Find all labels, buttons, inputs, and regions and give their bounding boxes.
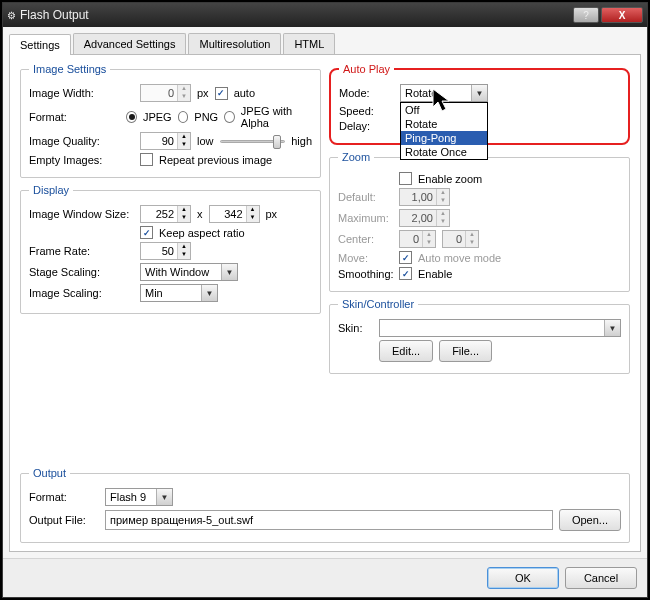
mode-option-rotateonce[interactable]: Rotate Once <box>401 145 487 159</box>
zoom-max-spinner: ▲▼ <box>399 209 450 227</box>
chevron-down-icon: ▼ <box>201 285 217 301</box>
image-settings-group: Image Settings Image Width: ▲▼ px auto <box>20 63 321 178</box>
framerate-spinner[interactable]: ▲▼ <box>140 242 191 260</box>
autoplay-legend: Auto Play <box>339 63 394 75</box>
repeat-label: Repeat previous image <box>159 154 272 166</box>
ok-button[interactable]: OK <box>487 567 559 589</box>
settings-panel: Image Settings Image Width: ▲▼ px auto <box>9 55 641 552</box>
enable-zoom-checkbox[interactable] <box>399 172 412 185</box>
automove-checkbox <box>399 251 412 264</box>
chevron-down-icon: ▼ <box>221 264 237 280</box>
chevron-down-icon[interactable]: ▼ <box>471 85 487 101</box>
mode-option-pingpong[interactable]: Ping-Pong <box>401 131 487 145</box>
skin-file-button[interactable]: File... <box>439 340 492 362</box>
display-group: Display Image Window Size: ▲▼ x ▲▼ px Ke… <box>20 184 321 314</box>
winsize-h-spinner[interactable]: ▲▼ <box>209 205 260 223</box>
display-legend: Display <box>29 184 73 196</box>
image-width-spinner: ▲▼ <box>140 84 191 102</box>
stagescale-label: Stage Scaling: <box>29 266 134 278</box>
zoom-legend: Zoom <box>338 151 374 163</box>
tabstrip: Settings Advanced Settings Multiresoluti… <box>9 33 641 55</box>
stagescale-select[interactable]: ▼ <box>140 263 238 281</box>
chevron-down-icon: ▼ <box>604 320 620 336</box>
tab-advanced[interactable]: Advanced Settings <box>73 33 187 54</box>
output-file-input[interactable] <box>105 510 553 530</box>
flash-output-dialog: ⚙ Flash Output ? X Settings Advanced Set… <box>2 2 648 598</box>
keep-aspect-checkbox[interactable] <box>140 226 153 239</box>
format-jpegalpha-radio[interactable] <box>224 111 235 123</box>
keep-aspect-label: Keep aspect ratio <box>159 227 245 239</box>
output-format-label: Format: <box>29 491 99 503</box>
window-title: Flash Output <box>20 8 571 22</box>
low-label: low <box>197 135 214 147</box>
help-button[interactable]: ? <box>573 7 599 23</box>
chevron-down-icon: ▼ <box>156 489 172 505</box>
tab-html[interactable]: HTML <box>283 33 335 54</box>
skin-group: Skin/Controller Skin: ▼ Edit... File... <box>329 298 630 374</box>
autoplay-group: Auto Play Mode: ▼ Off Rotate Ping-Pong <box>329 63 630 145</box>
zoom-max-label: Maximum: <box>338 212 393 224</box>
close-button[interactable]: X <box>601 7 643 23</box>
smoothing-enable-label: Enable <box>418 268 452 280</box>
empty-images-label: Empty Images: <box>29 154 134 166</box>
zoom-move-label: Move: <box>338 252 393 264</box>
zoom-default-spinner: ▲▼ <box>399 188 450 206</box>
high-label: high <box>291 135 312 147</box>
enable-zoom-label: Enable zoom <box>418 173 482 185</box>
delay-label: Delay: <box>339 120 394 132</box>
speed-label: Speed: <box>339 105 394 117</box>
mode-label: Mode: <box>339 87 394 99</box>
winsize-w-spinner[interactable]: ▲▼ <box>140 205 191 223</box>
auto-width-checkbox[interactable] <box>215 87 228 100</box>
output-file-label: Output File: <box>29 514 99 526</box>
open-button[interactable]: Open... <box>559 509 621 531</box>
quality-spinner[interactable]: ▲▼ <box>140 132 191 150</box>
cancel-button[interactable]: Cancel <box>565 567 637 589</box>
titlebar[interactable]: ⚙ Flash Output ? X <box>3 3 647 27</box>
image-width-label: Image Width: <box>29 87 134 99</box>
mode-dropdown[interactable]: Off Rotate Ping-Pong Rotate Once <box>400 102 488 160</box>
zoom-default-label: Default: <box>338 191 393 203</box>
dialog-footer: OK Cancel <box>3 558 647 597</box>
smoothing-checkbox[interactable] <box>399 267 412 280</box>
format-png-radio[interactable] <box>178 111 189 123</box>
skin-select[interactable]: ▼ <box>379 319 621 337</box>
imgscale-select[interactable]: ▼ <box>140 284 218 302</box>
skin-label: Skin: <box>338 322 373 334</box>
smoothing-label: Smoothing: <box>338 268 393 280</box>
app-icon: ⚙ <box>7 10 16 21</box>
mode-select[interactable]: ▼ Off Rotate Ping-Pong Rotate Once <box>400 84 488 102</box>
image-settings-legend: Image Settings <box>29 63 110 75</box>
output-legend: Output <box>29 467 70 479</box>
mode-option-rotate[interactable]: Rotate <box>401 117 487 131</box>
output-group: Output Format: ▼ Output File: Open... <box>20 467 630 543</box>
format-jpeg-radio[interactable] <box>126 111 137 123</box>
auto-label: auto <box>234 87 255 99</box>
format-label: Format: <box>29 111 120 123</box>
tab-settings[interactable]: Settings <box>9 34 71 55</box>
skin-legend: Skin/Controller <box>338 298 418 310</box>
imgscale-label: Image Scaling: <box>29 287 134 299</box>
output-format-select[interactable]: ▼ <box>105 488 173 506</box>
zoom-center-label: Center: <box>338 233 393 245</box>
mode-option-off[interactable]: Off <box>401 103 487 117</box>
zoom-cx-spinner: ▲▼ <box>399 230 436 248</box>
quality-label: Image Quality: <box>29 135 134 147</box>
zoom-group: Zoom Enable zoom Default: ▲▼ Maximum: ▲▼ <box>329 151 630 292</box>
px-label: px <box>197 87 209 99</box>
tab-multires[interactable]: Multiresolution <box>188 33 281 54</box>
automove-label: Auto move mode <box>418 252 501 264</box>
repeat-prev-checkbox[interactable] <box>140 153 153 166</box>
zoom-cy-spinner: ▲▼ <box>442 230 479 248</box>
winsize-label: Image Window Size: <box>29 208 134 220</box>
framerate-label: Frame Rate: <box>29 245 134 257</box>
skin-edit-button[interactable]: Edit... <box>379 340 433 362</box>
quality-slider[interactable] <box>220 132 286 150</box>
